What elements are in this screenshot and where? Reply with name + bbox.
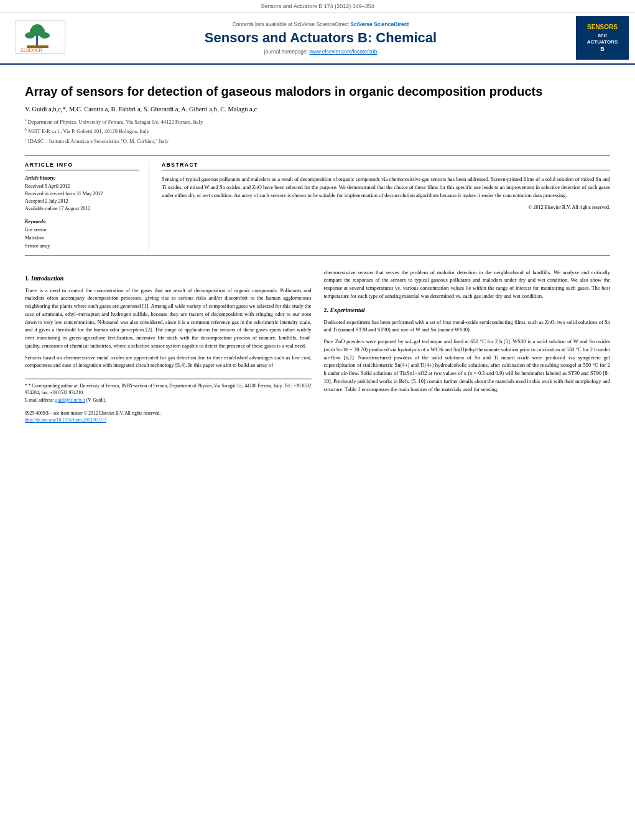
sciverse-line: Contents lists available at SciVerse Sci… <box>75 21 567 27</box>
divider-bottom <box>25 256 610 256</box>
keywords-label: Keywords: <box>25 219 139 224</box>
info-abstract-section: ARTICLE INFO Article history: Received 5… <box>25 162 610 250</box>
sensors-badge: SENSORS and ACTUATORS B <box>576 16 629 60</box>
journal-homepage: journal homepage: www.elsevier.com/locat… <box>75 48 567 55</box>
body-left-col: 1. Introduction There is a need to contr… <box>25 269 312 424</box>
keyword-2: Malodors <box>25 234 139 242</box>
article-info-heading: ARTICLE INFO <box>25 162 139 170</box>
section1-heading: 1. Introduction <box>25 274 312 283</box>
section1-number: 1. <box>25 275 30 282</box>
affil-b-text: MiST E-R s.r.l., Via P. Gobetti 101, 401… <box>28 128 149 134</box>
affil-c-text: IDASC – Istituto di Acustica e Sensorist… <box>28 138 169 144</box>
badge-sensors: SENSORS <box>587 23 618 32</box>
section1-para1: There is a need to control the concentra… <box>25 287 312 350</box>
affiliation-a: a Department of Physics, University of F… <box>25 118 610 126</box>
footer-ids: 0925-4005/$ – see front matter © 2012 El… <box>25 410 312 424</box>
homepage-label: journal homepage: <box>264 48 308 55</box>
svg-text:ELSEVIER: ELSEVIER <box>21 48 42 52</box>
keyword-1: Gas sensor <box>25 226 139 234</box>
elsevier-tree-image: ELSEVIER <box>16 20 65 54</box>
elsevier-logo: ELSEVIER <box>6 20 75 56</box>
available-date: Available online 17 August 2012 <box>25 205 139 213</box>
divider-top <box>25 155 610 155</box>
doi-link: http://dx.doi.org/10.1016/j.snb.2012.07.… <box>25 417 312 423</box>
sciverse-prefix: Contents lists available at SciVerse Sci… <box>233 21 349 27</box>
homepage-url[interactable]: www.elsevier.com/locate/snb <box>310 48 378 55</box>
abstract-col: ABSTRACT Sensing of typical gaseous poll… <box>162 162 610 250</box>
body-content: 1. Introduction There is a need to contr… <box>25 269 610 424</box>
affiliation-b: b MiST E-R s.r.l., Via P. Gobetti 101, 4… <box>25 127 610 136</box>
main-content: Array of sensors for detection of gaseou… <box>0 65 635 433</box>
elsevier-tree-svg: ELSEVIER <box>17 22 64 53</box>
journal-reference: Sensors and Actuators B 174 (2012) 349–3… <box>261 3 374 9</box>
affiliation-c: c IDASC – Istituto di Acustica e Sensori… <box>25 137 610 145</box>
abstract-heading: ABSTRACT <box>162 162 610 170</box>
section1-right-para1: chemoresistive sensors that serves the p… <box>324 269 611 300</box>
section2-title: Experimental <box>330 307 365 313</box>
keywords-list: Gas sensor Malodors Sensor array <box>25 226 139 250</box>
header-bar: Sensors and Actuators B 174 (2012) 349–3… <box>0 0 635 12</box>
footnote-corresponding: * * Corresponding author at: University … <box>25 382 312 397</box>
authors-text: V. Guidi a,b,c,*, M.C. Carotta a, B. Fab… <box>25 106 257 113</box>
footnote-text: * Corresponding author at: University of… <box>25 383 312 395</box>
keyword-3: Sensor array <box>25 242 139 251</box>
received-date: Received 5 April 2012 <box>25 183 139 190</box>
affil-a-text: Department of Physics, University of Fer… <box>28 119 203 125</box>
footnote-section: * * Corresponding author at: University … <box>25 379 312 404</box>
copyright-text: © 2012 Elsevier B.V. All rights reserved… <box>162 205 610 210</box>
paper-title: Array of sensors for detection of gaseou… <box>25 83 610 99</box>
affiliations: a Department of Physics, University of F… <box>25 118 610 145</box>
journal-center: Contents lists available at SciVerse Sci… <box>75 21 567 55</box>
section2-para1: Dedicated experiment has been performed … <box>324 318 611 335</box>
abstract-text: Sensing of typical gaseous pollutants an… <box>162 175 610 199</box>
email-label: E-mail address: <box>25 397 54 403</box>
history-label: Article history: <box>25 175 139 181</box>
body-right-col: chemoresistive sensors that serves the p… <box>324 269 611 424</box>
badge-and: and <box>598 32 606 39</box>
received-revised-date: Received in revised form 31 May 2012 <box>25 190 139 198</box>
sciverse-brand: SciVerse ScienceDirect <box>350 21 409 27</box>
section2-para2: Pure ZnO powders were prepared by sol–ge… <box>324 338 611 393</box>
article-info: ARTICLE INFO Article history: Received 5… <box>25 162 149 250</box>
journal-logo-right: SENSORS and ACTUATORS B <box>567 16 629 60</box>
accepted-date: Accepted 2 July 2012 <box>25 198 139 205</box>
section2-number: 2. <box>324 307 329 313</box>
svg-point-3 <box>25 32 35 39</box>
email-link[interactable]: guidi@fe.infn.it <box>55 397 85 403</box>
svg-point-2 <box>32 24 43 32</box>
authors-line: V. Guidi a,b,c,*, M.C. Carotta a, B. Fab… <box>25 106 610 113</box>
journal-title: Sensors and Actuators B: Chemical <box>75 30 567 46</box>
email-suffix: (V. Guidi). <box>86 397 106 403</box>
section1-title: Introduction <box>31 275 63 282</box>
journal-header: ELSEVIER Contents lists available at Sci… <box>0 12 635 65</box>
footnote-email: E-mail address: guidi@fe.infn.it (V. Gui… <box>25 397 312 404</box>
section2-heading: 2. Experimental <box>324 305 611 315</box>
issn-text: 0925-4005/$ – see front matter © 2012 El… <box>25 410 312 417</box>
doi-anchor[interactable]: http://dx.doi.org/10.1016/j.snb.2012.07.… <box>25 417 106 423</box>
badge-b: B <box>600 45 605 53</box>
badge-actuators: ACTUATORS <box>587 39 618 45</box>
section1-para2: Sensors based on chemoresistive metal ox… <box>25 354 312 370</box>
svg-point-4 <box>40 32 50 39</box>
elsevier-logo-container: ELSEVIER <box>6 20 75 56</box>
